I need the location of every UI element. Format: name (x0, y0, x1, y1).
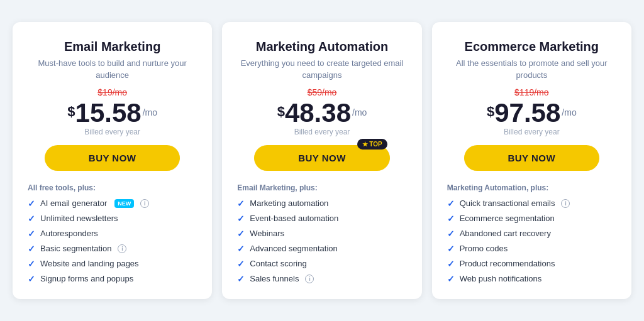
check-icon: ✓ (237, 214, 245, 224)
feature-text: Ecommerce segmentation (460, 214, 555, 223)
check-icon: ✓ (237, 199, 245, 209)
check-icon: ✓ (447, 199, 455, 209)
current-price: $ 97.58 /mo (447, 100, 616, 126)
current-price: $ 48.38 /mo (237, 100, 406, 126)
card-ecommerce-marketing: Ecommerce Marketing All the essentials t… (432, 22, 631, 298)
info-icon[interactable]: i (118, 244, 126, 253)
check-icon: ✓ (28, 229, 35, 239)
original-price: $119/mo (447, 87, 616, 97)
price-amount: 15.58 (75, 100, 142, 126)
price-amount: 48.38 (285, 100, 351, 126)
check-icon: ✓ (28, 199, 35, 209)
feature-text: Advanced segmentation (250, 244, 337, 253)
top-badge: ★ TOP (357, 139, 387, 150)
check-icon: ✓ (237, 259, 245, 269)
price-mo: /mo (352, 107, 367, 117)
check-icon: ✓ (237, 274, 245, 284)
buy-now-button[interactable]: BUY NOW (464, 145, 599, 171)
price-mo: /mo (143, 107, 157, 117)
billed-text: Billed every year (237, 128, 406, 136)
check-icon: ✓ (447, 274, 455, 284)
check-icon: ✓ (28, 274, 35, 284)
feature-text: Contact scoring (250, 259, 306, 268)
feature-text: Basic segmentation (40, 244, 111, 253)
buy-button-wrapper: BUY NOW (28, 145, 197, 171)
card-subtitle: All the essentials to promote and sell y… (447, 58, 616, 80)
feature-item: ✓ Website and landing pages (28, 259, 197, 269)
feature-text: Website and landing pages (40, 259, 139, 268)
info-icon[interactable]: i (305, 275, 314, 283)
card-email-marketing: Email Marketing Must-have tools to build… (13, 22, 212, 298)
feature-item: ✓ Sales funnels i (237, 274, 406, 284)
feature-list: ✓ Marketing automation ✓ Event-based aut… (237, 199, 406, 284)
check-icon: ✓ (447, 244, 455, 254)
info-icon[interactable]: i (140, 199, 149, 208)
card-title: Marketing Automation (237, 40, 406, 54)
feature-item: ✓ Quick transactional emails i (447, 199, 616, 209)
check-icon: ✓ (447, 214, 455, 224)
feature-item: ✓ Autoresponders (28, 229, 197, 239)
original-price: $19/mo (28, 87, 197, 97)
feature-item: ✓ Webinars (237, 229, 406, 239)
feature-text: Webinars (250, 229, 284, 238)
price-dollar: $ (67, 104, 75, 120)
new-badge: NEW (114, 199, 134, 208)
feature-item: ✓ Marketing automation (237, 199, 406, 209)
price-dollar: $ (277, 104, 285, 120)
feature-item: ✓ Web push notifications (447, 274, 616, 284)
check-icon: ✓ (237, 244, 245, 254)
check-icon: ✓ (237, 229, 245, 239)
feature-list: ✓ AI email generator NEW i ✓ Unlimited n… (28, 199, 197, 284)
feature-item: ✓ Signup forms and popups (28, 274, 197, 284)
feature-text: Abandoned cart recovery (460, 229, 551, 238)
price-amount: 97.58 (494, 100, 560, 126)
feature-item: ✓ Abandoned cart recovery (447, 229, 616, 239)
feature-text: Event-based automation (250, 214, 338, 223)
price-mo: /mo (562, 107, 576, 117)
feature-text: Signup forms and popups (40, 274, 133, 283)
feature-text: Autoresponders (40, 229, 98, 238)
feature-text: Product recommendations (460, 259, 555, 268)
feature-item: ✓ Advanced segmentation (237, 244, 406, 254)
feature-item: ✓ Contact scoring (237, 259, 406, 269)
card-marketing-automation: Marketing Automation Everything you need… (222, 22, 421, 298)
feature-text: Web push notifications (460, 274, 542, 283)
price-dollar: $ (487, 104, 494, 120)
check-icon: ✓ (447, 229, 455, 239)
feature-text: Promo codes (460, 244, 508, 253)
check-icon: ✓ (28, 244, 35, 254)
feature-item: ✓ Event-based automation (237, 214, 406, 224)
feature-item: ✓ Product recommendations (447, 259, 616, 269)
feature-text: Quick transactional emails (460, 199, 555, 208)
pricing-container: Email Marketing Must-have tools to build… (13, 22, 631, 298)
feature-item: ✓ AI email generator NEW i (28, 199, 197, 209)
buy-button-wrapper: BUY NOW (447, 145, 616, 171)
feature-item: ✓ Ecommerce segmentation (447, 214, 616, 224)
check-icon: ✓ (447, 259, 455, 269)
buy-now-button[interactable]: BUY NOW (45, 145, 180, 171)
original-price: $59/mo (237, 87, 406, 97)
card-subtitle: Everything you need to create targeted e… (237, 58, 406, 80)
check-icon: ✓ (28, 259, 35, 269)
feature-item: ✓ Unlimited newsletters (28, 214, 197, 224)
feature-text: Sales funnels (250, 274, 299, 283)
features-label: Email Marketing, plus: (237, 183, 406, 192)
check-icon: ✓ (28, 214, 35, 224)
billed-text: Billed every year (447, 128, 616, 136)
info-icon[interactable]: i (561, 199, 570, 208)
feature-text: Unlimited newsletters (40, 214, 118, 223)
feature-text: AI email generator (40, 199, 107, 208)
feature-text: Marketing automation (250, 199, 328, 208)
buy-button-wrapper: ★ TOP BUY NOW (237, 145, 406, 171)
card-subtitle: Must-have tools to build and nurture you… (28, 58, 197, 80)
card-title: Ecommerce Marketing (447, 40, 616, 54)
features-label: All free tools, plus: (28, 183, 197, 192)
current-price: $ 15.58 /mo (28, 100, 197, 126)
feature-item: ✓ Promo codes (447, 244, 616, 254)
features-label: Marketing Automation, plus: (447, 183, 616, 192)
card-title: Email Marketing (28, 40, 197, 54)
feature-list: ✓ Quick transactional emails i ✓ Ecommer… (447, 199, 616, 284)
feature-item: ✓ Basic segmentation i (28, 244, 197, 254)
billed-text: Billed every year (28, 128, 197, 136)
